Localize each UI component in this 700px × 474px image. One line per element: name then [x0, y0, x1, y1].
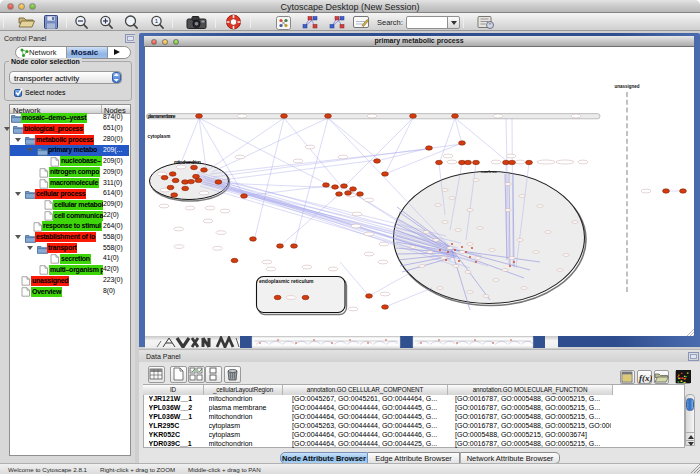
svg-text:plasma membrane: plasma membrane — [148, 114, 176, 119]
svg-text:mitochondrion: mitochondrion — [174, 160, 201, 165]
svg-text:unassigned: unassigned — [614, 84, 639, 89]
svg-text:nucleus: nucleus — [481, 169, 497, 174]
svg-text:cytoplasm: cytoplasm — [148, 134, 171, 139]
svg-text:f(x): f(x) — [639, 373, 652, 383]
svg-text:endoplasmic reticulum: endoplasmic reticulum — [259, 278, 314, 284]
